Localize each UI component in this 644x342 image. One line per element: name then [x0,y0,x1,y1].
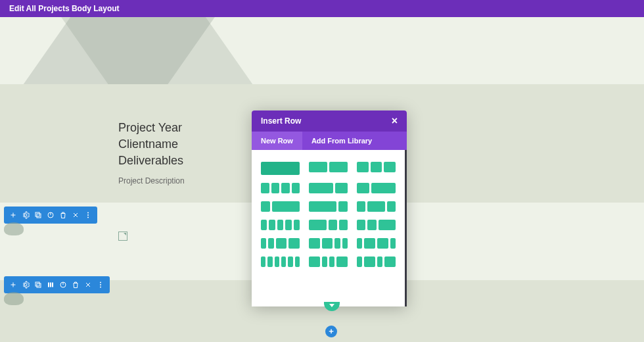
close-icon[interactable]: × [392,116,398,126]
modal-tabs: New Row Add From Library [252,132,407,150]
broken-image-icon [118,232,127,241]
gear-icon[interactable] [20,210,31,220]
columns-icon[interactable] [45,280,56,290]
svg-rect-10 [50,283,51,287]
row-toolbar [4,276,110,293]
layout-option[interactable] [357,238,396,249]
layout-option[interactable] [309,162,348,172]
trash-icon[interactable] [70,280,81,290]
gear-icon[interactable] [20,280,31,290]
close-icon[interactable] [83,280,93,290]
more-icon[interactable] [83,210,93,220]
power-icon[interactable] [45,210,56,220]
modal-title: Insert Row [261,116,301,126]
drag-handle-icon[interactable] [4,292,24,305]
layout-option[interactable] [309,183,348,193]
tab-new-row[interactable]: New Row [252,132,302,150]
layout-option[interactable] [357,201,396,212]
svg-point-6 [87,217,89,218]
layout-option[interactable] [357,256,396,267]
layout-option[interactable] [309,201,348,212]
svg-point-14 [100,282,101,283]
layout-option[interactable] [261,256,300,267]
svg-point-15 [100,284,101,285]
trash-icon[interactable] [58,210,68,220]
insert-row-modal: Insert Row × New Row Add From Library [252,110,407,306]
hero-section [0,17,644,84]
layout-option[interactable] [309,238,348,249]
svg-rect-9 [48,283,49,287]
layout-option[interactable] [309,256,348,267]
layout-option[interactable] [261,201,300,212]
drag-handle-icon[interactable] [4,222,24,235]
layout-option[interactable] [357,162,396,172]
section-toolbar [4,207,97,224]
top-bar: Edit All Projects Body Layout [0,0,644,17]
svg-rect-7 [35,282,39,286]
duplicate-icon[interactable] [33,210,43,220]
page-title: Edit All Projects Body Layout [9,4,120,13]
layout-option[interactable] [261,162,300,175]
layout-option[interactable] [261,238,300,249]
svg-point-5 [87,214,89,216]
svg-rect-1 [37,214,41,218]
add-section-button[interactable]: + [325,326,337,337]
close-icon[interactable] [70,210,81,220]
svg-point-16 [100,287,101,288]
modal-header: Insert Row × [252,110,407,132]
layout-option[interactable] [357,183,396,193]
layout-option[interactable] [309,220,348,230]
add-icon[interactable] [8,210,18,220]
svg-rect-8 [37,283,41,287]
duplicate-icon[interactable] [33,280,43,290]
layout-option[interactable] [261,183,300,193]
tab-add-from-library[interactable]: Add From Library [302,132,381,150]
layout-option[interactable] [357,220,396,230]
svg-point-4 [87,212,89,214]
layouts-grid [261,162,396,267]
modal-body [252,150,407,306]
add-icon[interactable] [8,280,18,290]
svg-rect-0 [35,212,39,216]
more-icon[interactable] [95,280,106,290]
power-icon[interactable] [58,280,68,290]
layout-option[interactable] [261,220,300,230]
svg-rect-11 [52,283,53,287]
